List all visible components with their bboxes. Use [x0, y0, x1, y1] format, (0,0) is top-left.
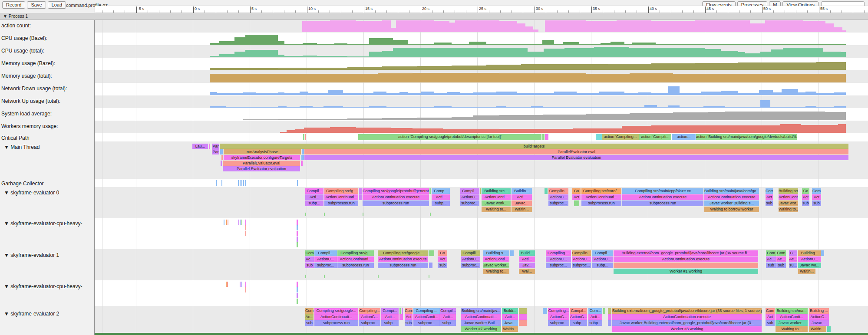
trace-slice[interactable]: ActionContinuati... [324, 194, 358, 200]
trace-slice[interactable]: ActionC... [548, 314, 569, 320]
trace-slice[interactable]: Building src/ma... [776, 308, 808, 314]
trace-slice[interactable]: Building external/com_google_protobuf/ja… [612, 308, 762, 314]
trace-slice[interactable] [378, 275, 379, 278]
trace-slice[interactable] [608, 314, 611, 320]
trace-slice[interactable] [324, 275, 325, 278]
trace-slice[interactable]: Javac wo... [798, 263, 821, 268]
trace-slice[interactable] [216, 180, 217, 186]
trace-slice[interactable]: ActionC... [798, 256, 821, 262]
toolbar-button-record[interactable]: Record [2, 1, 25, 9]
trace-slice[interactable] [297, 287, 298, 292]
trace-slice[interactable]: Compiling src/g... [337, 250, 374, 256]
trace-slice[interactable]: subprocess.run [324, 200, 358, 206]
trace-slice[interactable]: ActionC... [546, 256, 571, 262]
trace-slice[interactable]: Waiting to... [776, 326, 808, 332]
trace-slice[interactable]: Act [812, 194, 821, 200]
trace-slice[interactable]: sub [438, 263, 447, 268]
trace-slice[interactable]: Worker #7 working [461, 326, 501, 332]
trace-slice[interactable] [305, 134, 306, 140]
trace-slice[interactable]: Ac... [789, 256, 797, 262]
trace-slice[interactable]: Compil... [570, 308, 587, 314]
trace-slice[interactable]: subprocess.run [581, 200, 621, 206]
trace-slice[interactable]: Comp... [432, 188, 450, 194]
trace-slice[interactable]: Co [572, 188, 581, 194]
trace-slice[interactable]: ActionConti... [483, 256, 509, 262]
trace-slice[interactable]: Waitin... [502, 326, 518, 332]
trace-slice[interactable]: action 'Building src/main/java/com/googl… [696, 134, 797, 140]
trace-slice[interactable]: Building external/com_google_protobuf/ja… [614, 250, 758, 256]
trace-slice[interactable]: Act [572, 194, 581, 200]
trace-slice[interactable]: Co [802, 188, 809, 194]
trace-slice[interactable] [480, 188, 481, 194]
trace-slice[interactable] [359, 188, 362, 194]
trace-slice[interactable]: subp... [588, 320, 602, 326]
trace-slice[interactable]: Com [812, 188, 821, 194]
trace-slice[interactable]: Act [802, 194, 809, 200]
trace-slice[interactable]: buildTargets [220, 144, 848, 149]
trace-slice[interactable]: Compilin... [572, 250, 591, 256]
trace-slice[interactable]: Jav... [519, 263, 535, 268]
trace-slice[interactable]: subproc... [314, 263, 337, 268]
trace-slice[interactable]: ActionC... [314, 256, 337, 262]
trace-slice[interactable]: Acti... [519, 256, 535, 262]
timeline-ruler[interactable]: -5 s0 s5 s10 s15 s20 s25 s30 s35 s40 s45… [95, 6, 868, 13]
trace-slice[interactable]: sub [305, 263, 314, 268]
trace-slice[interactable]: Compil... [305, 188, 323, 194]
trace-slice[interactable] [399, 314, 403, 320]
trace-slice[interactable] [429, 250, 434, 256]
trace-slice[interactable] [228, 220, 228, 225]
trace-slice[interactable]: Buildin... [512, 188, 532, 194]
trace-slice[interactable] [245, 287, 246, 292]
trace-slice[interactable] [245, 180, 246, 186]
trace-slice[interactable] [543, 308, 547, 314]
trace-slice[interactable]: Javac ... [809, 320, 829, 326]
row-label--skyframe-evaluator-cpu-heavy-[interactable]: ▼ skyframe-evaluator-cpu-heavy- [4, 220, 83, 227]
trace-slice[interactable] [241, 282, 242, 287]
counter-chart-action-count-[interactable] [95, 20, 868, 33]
trace-slice[interactable]: ActionC... [548, 194, 568, 200]
trace-slice[interactable] [245, 225, 246, 230]
trace-slice[interactable] [297, 282, 298, 287]
trace-slice[interactable]: ActionContinuation.execute [614, 256, 758, 262]
trace-slice[interactable]: Par [212, 144, 219, 149]
trace-slice[interactable]: action... [672, 134, 696, 140]
trace-slice[interactable]: subp... [381, 320, 399, 326]
trace-slice[interactable]: Compil... [440, 308, 456, 314]
trace-slice[interactable]: ActionC... [460, 194, 479, 200]
trace-slice[interactable]: Waiting to borrow worker [704, 207, 759, 212]
trace-slice[interactable]: Waitin... [512, 207, 532, 212]
trace-slice[interactable]: subprocess.run [378, 263, 428, 268]
trace-slice[interactable]: subproc... [572, 263, 591, 268]
trace-slice[interactable]: Building src/main/java/com/go... [704, 188, 759, 194]
trace-slice[interactable]: Javac worker Building s... [704, 200, 759, 206]
trace-slice[interactable]: Act [438, 256, 447, 262]
trace-slice[interactable] [227, 282, 228, 287]
trace-slice[interactable] [302, 149, 304, 154]
trace-slice[interactable]: Building src... [482, 188, 511, 194]
trace-slice[interactable] [224, 220, 224, 225]
trace-slice[interactable]: subp... [305, 200, 323, 206]
trace-slice[interactable]: ActionContinuati... [581, 194, 621, 200]
trace-slice[interactable]: Compiling ... [413, 308, 440, 314]
trace-slice[interactable] [821, 250, 824, 256]
trace-slice[interactable]: Compiling src/core/... [581, 188, 621, 194]
trace-slice[interactable]: Worker #1 working [614, 269, 758, 274]
trace-slice[interactable] [240, 180, 241, 186]
trace-slice[interactable] [297, 231, 298, 236]
trace-slice[interactable] [221, 155, 223, 160]
trace-slice[interactable] [221, 161, 222, 166]
trace-slice[interactable]: ActionC... [461, 256, 480, 262]
trace-slice[interactable]: Com [776, 250, 786, 256]
trace-slice[interactable]: subprocess.run [337, 263, 374, 268]
trace-slice[interactable] [297, 293, 298, 298]
trace-slice[interactable]: Com [305, 250, 314, 256]
trace-slice[interactable]: Compil... [314, 250, 337, 256]
trace-slice[interactable]: Javac worker... [776, 320, 808, 326]
trace-slice[interactable]: Com... [588, 308, 602, 314]
trace-slice[interactable]: ActionC... [809, 314, 829, 320]
trace-slice[interactable] [297, 236, 298, 242]
trace-slice[interactable]: Co [438, 250, 447, 256]
trace-slice[interactable]: Acti... [381, 314, 399, 320]
trace-slice[interactable]: Javac wor... [779, 200, 798, 206]
trace-slice[interactable] [429, 263, 432, 268]
